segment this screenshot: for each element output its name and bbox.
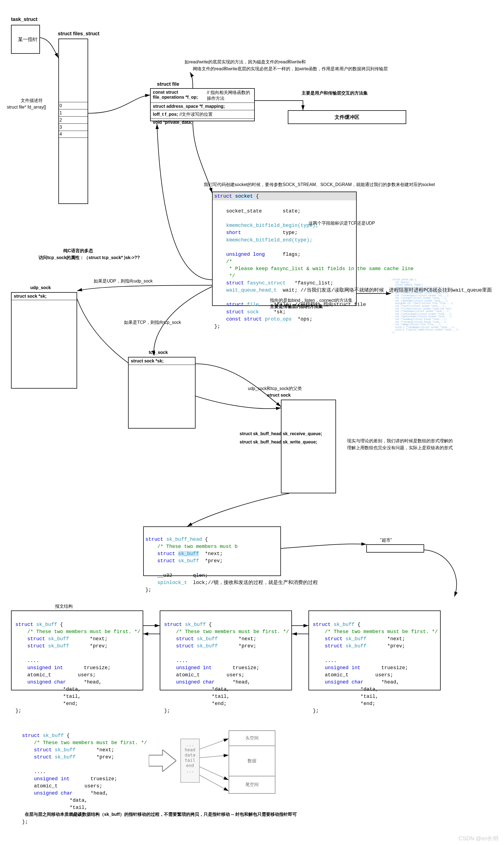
sk-buff-1: struct sk_buff { /* These two members mu…: [11, 611, 143, 690]
tcp-note: 如果是TCP，则指向tcp_sock: [124, 320, 181, 325]
f-op-note: // 指向相关网络函数的操作方法: [207, 90, 252, 102]
tcp-sock-title: tcp_sock: [149, 350, 168, 355]
sbh-c: /* These two members must b: [145, 544, 238, 549]
mem-region: 头空间 数据 尾空间: [229, 730, 275, 794]
task-struct-title: task_struct: [11, 17, 37, 22]
rw-note-2: 网络文件的read和write底层的实现必然是不一样的，如wirte函数，作用是…: [193, 66, 388, 72]
rw-note-1: 如read/write的底层实现的方法，因为磁盘文件的read和write和: [184, 59, 306, 65]
sock-title: struct sock: [267, 393, 291, 398]
sk-buff-2: struct sk_buff { /* These two members mu…: [160, 611, 292, 690]
sb4-c: /* These two members must be first. */: [22, 740, 147, 745]
svg-marker-0: [149, 750, 176, 772]
big-arrow-icon: [149, 750, 176, 772]
supermarket-label: "超市": [380, 538, 392, 543]
sk-write: struct sk_buff_head sk_write_queue;: [240, 440, 317, 444]
sb3-c: /* These two members must be first. */: [313, 629, 438, 634]
sb2-c: /* These two members must be first. */: [164, 629, 289, 634]
type-note: 这两个字段能标识是TCP还是UDP: [308, 221, 375, 226]
sock-right-1: 现实与理论的差别，我们讲的时候是数组的形式理解的: [347, 438, 453, 444]
sk-receive: struct sk_buff_head sk_receive_queue;: [240, 431, 322, 436]
tcp-sock-box: struct sock *sk;: [128, 357, 196, 428]
udp-note: 如果是UDP，则指向udp_sock: [94, 278, 152, 284]
struct-file-box: const struct file_operations *f_op; // 指…: [150, 88, 255, 121]
fd-desc: 文件描述符: [21, 98, 43, 104]
poly-2: 访问tcp_sock的属性：（struct tcp_sock* )sk->??: [39, 255, 140, 261]
sk-buff-3: struct sk_buff { /* These two members mu…: [308, 611, 440, 690]
f-mapping: struct address_space *f_mapping;: [151, 103, 254, 110]
sock-parent: udp_sock和tcp_sock的父类: [248, 386, 302, 392]
task-struct-inner: 某一指针: [18, 36, 38, 43]
bitfield-end: kmemcheck_bitfield_end(type);: [214, 237, 312, 243]
sk-buff-bottom: struct sk_buff { /* These two members mu…: [22, 725, 147, 825]
struct-sock-box: [281, 400, 336, 493]
socket-create-note: 我们写代码创建socket的时候，要传参数SOCK_STREAM、SOCK_DG…: [204, 182, 435, 188]
sock-right-2: 理解上用数组也完全没有问题，实际上是双链表的形式: [347, 445, 453, 451]
buffer-box: 文件缓冲区: [288, 110, 406, 124]
fd-row-1: 1: [58, 109, 88, 116]
watermark: CSDN @en长明: [458, 835, 499, 842]
bottom-note: 在层与层之间移动本质就是该数据结构（sk_buff）的指针移动的过程，不需要繁琐…: [25, 812, 410, 817]
mem-tail: 尾空间: [229, 776, 275, 793]
files-struct-title: struct files_struct: [58, 31, 100, 37]
fd-row-0: 0: [58, 102, 88, 109]
mem-data: 数据: [229, 746, 275, 776]
fd-array: struct file* fd_array[]: [7, 105, 46, 110]
packet-struct-label: 报文结构: [55, 603, 73, 609]
mem-ptrs: ... head data tail end ...: [180, 739, 200, 783]
struct-file-title: struct file: [157, 81, 179, 87]
poly-1: 纯C语言的多态: [64, 248, 93, 254]
udp-sock-title: udp_sock: [30, 285, 51, 290]
f-op: const struct file_operations *f_op;: [153, 90, 206, 102]
mem-head: 头空间: [229, 731, 275, 746]
f-pos: loff_t f_pos;: [153, 112, 178, 117]
fd-rows: 0 1 2 3 4: [58, 102, 88, 138]
socket-close: };: [214, 323, 220, 329]
supermarket-box: [366, 544, 424, 552]
socket-c1: /*: [214, 259, 232, 264]
socket-c2: * Please keep fasync_list & wait fields …: [214, 266, 414, 271]
tcp-sk: struct sock *sk;: [129, 357, 195, 365]
udp-sk: struct sock *sk;: [12, 293, 76, 300]
ops-note1: 指向的是如bind，listen，connect的方法集: [270, 298, 353, 303]
f-pos-note: //文件读写的位置: [180, 112, 213, 117]
fd-row-3: 3: [58, 123, 88, 130]
socket-c3: */: [214, 273, 235, 279]
udp-sock-box: struct sock *sk;: [11, 292, 77, 389]
sbh-lock-note: //锁，接收和发送的过程，就是生产和消费的过程: [208, 580, 318, 585]
private-data: void *private_data;: [151, 119, 254, 126]
ops-note2: 主要是传输层内部的方法集: [270, 304, 323, 310]
proto-ops-blurry: struct proto_ops { int family; struct mo…: [393, 278, 459, 334]
diagram-canvas: task_struct 某一指针 struct files_struct 文件描…: [0, 0, 504, 845]
f-op-side: 主要是用户和传输层交互的方法集: [302, 90, 368, 96]
sk-buff-head-box: struct sk_buff_head { /* These two membe…: [143, 526, 281, 576]
struct-socket-box: struct socket { socket_state state; kmem…: [212, 192, 357, 306]
sb1-c: /* These two members must be first. */: [15, 629, 141, 634]
bitfield-begin: kmemcheck_bitfield_begin(type);: [214, 223, 318, 228]
fd-row-4: 4: [58, 130, 88, 138]
fd-row-2: 2: [58, 116, 88, 123]
task-struct-box: 某一指针: [11, 25, 40, 54]
socket-state: socket_state state;: [214, 208, 301, 214]
